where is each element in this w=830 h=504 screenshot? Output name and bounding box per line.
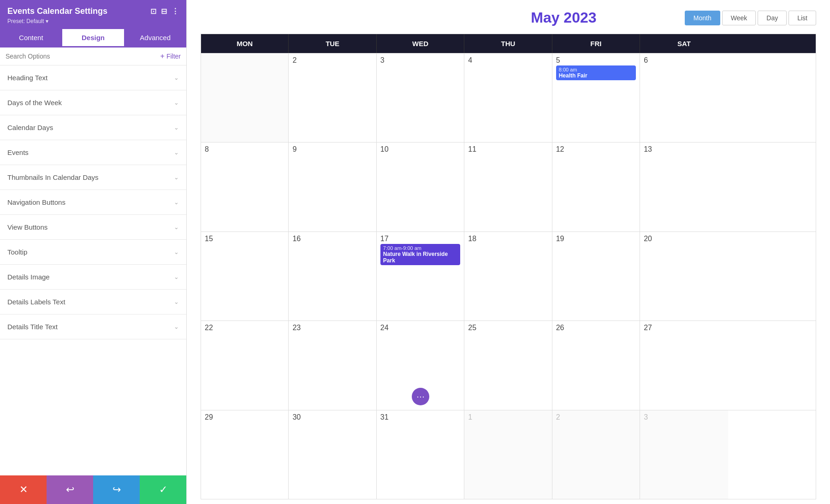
cell-date: 22	[205, 324, 213, 332]
cal-cell: 4	[464, 53, 552, 142]
tab-content[interactable]: Content	[0, 29, 62, 47]
settings-item-label: Tooltip	[7, 248, 27, 256]
calendar-row: 29 30 31 1 2 3	[201, 410, 816, 499]
filter-label: Filter	[166, 53, 181, 60]
settings-item[interactable]: Details Labels Text ⌄	[0, 290, 186, 314]
cell-date: 23	[292, 324, 301, 332]
view-week-button[interactable]: Week	[722, 11, 756, 25]
more-icon[interactable]: ⋮	[172, 7, 179, 16]
settings-item[interactable]: Events ⌄	[0, 140, 186, 165]
event-health-fair[interactable]: 8:00 am Health Fair	[556, 65, 636, 80]
settings-item-label: Heading Text	[7, 74, 47, 82]
calendar-area: May 2023 Month Week Day List MON TUE WED…	[187, 0, 830, 504]
panel-title: Events Calendar Settings ⊡ ⊟ ⋮	[7, 6, 179, 16]
settings-item[interactable]: Days of the Week ⌄	[0, 90, 186, 115]
chevron-down-icon: ⌄	[174, 124, 179, 131]
redo-icon: ↪	[113, 484, 121, 496]
day-header-tue: TUE	[289, 34, 376, 53]
undo-icon: ↩	[66, 484, 74, 496]
cal-cell: 18	[464, 232, 552, 320]
tab-design[interactable]: Design	[62, 29, 125, 47]
save-button[interactable]: ✓	[140, 475, 186, 504]
settings-item-label: Details Image	[7, 273, 50, 281]
cal-cell: 1	[464, 410, 552, 499]
cal-cell: 16	[289, 232, 376, 320]
day-header-thu: THU	[464, 34, 552, 53]
calendar-body: 2 3 4 5 8:00 am Health Fair 6 8 9 10 11 …	[201, 53, 816, 499]
event-nature-walk[interactable]: 7:00 am-9:00 am Nature Walk in Riverside…	[380, 244, 460, 265]
cal-cell: 9	[289, 142, 376, 231]
settings-item-label: Thumbnails In Calendar Days	[7, 173, 99, 181]
left-panel: Events Calendar Settings ⊡ ⊟ ⋮ Preset: D…	[0, 0, 187, 504]
cell-date: 16	[292, 235, 301, 243]
cal-cell: 3	[640, 410, 728, 499]
calendar-table: MON TUE WED THU FRI SAT 2 3 4 5 8:00 am …	[201, 34, 816, 499]
preset-text[interactable]: Preset: Default	[7, 18, 48, 24]
cal-cell: 12	[552, 142, 640, 231]
cal-cell: 25	[464, 321, 552, 409]
cal-cell: 15	[201, 232, 289, 320]
chevron-down-icon: ⌄	[174, 224, 179, 231]
settings-list: Heading Text ⌄ Days of the Week ⌄ Calend…	[0, 65, 186, 475]
cell-date: 15	[205, 235, 213, 243]
save-icon: ✓	[159, 484, 167, 496]
tab-advanced[interactable]: Advanced	[124, 29, 186, 47]
cell-date: 10	[380, 145, 389, 153]
settings-item-label: View Buttons	[7, 223, 47, 231]
settings-item-label: Days of the Week	[7, 99, 62, 107]
settings-item-label: Details Title Text	[7, 323, 58, 331]
chevron-down-icon: ⌄	[174, 298, 179, 305]
cal-cell: 20	[640, 232, 728, 320]
settings-item[interactable]: Navigation Buttons ⌄	[0, 190, 186, 215]
chevron-down-icon: ⌄	[174, 149, 179, 156]
filter-button[interactable]: + Filter	[160, 52, 181, 60]
settings-item-label: Events	[7, 148, 29, 156]
cell-date: 27	[644, 324, 652, 332]
undo-button[interactable]: ↩	[47, 475, 93, 504]
redo-button[interactable]: ↪	[93, 475, 140, 504]
cell-date: 2	[292, 56, 296, 64]
responsive-icon[interactable]: ⊡	[150, 7, 156, 16]
view-list-button[interactable]: List	[788, 11, 816, 25]
settings-item[interactable]: Heading Text ⌄	[0, 65, 186, 90]
chevron-down-icon: ⌄	[174, 249, 179, 255]
search-input[interactable]	[6, 53, 160, 60]
cancel-button[interactable]: ✕	[0, 475, 47, 504]
settings-item-label: Calendar Days	[7, 124, 53, 131]
cell-date: 6	[644, 56, 648, 64]
settings-item[interactable]: Thumbnails In Calendar Days ⌄	[0, 165, 186, 190]
event-name: Nature Walk in Riverside Park	[383, 251, 457, 264]
settings-item[interactable]: Details Title Text ⌄	[0, 314, 186, 339]
cancel-icon: ✕	[19, 484, 28, 496]
settings-item[interactable]: Details Image ⌄	[0, 265, 186, 290]
cal-cell: 10	[377, 142, 464, 231]
panel-header: Events Calendar Settings ⊡ ⊟ ⋮ Preset: D…	[0, 0, 186, 29]
cal-cell: 24 ⋯	[377, 321, 464, 409]
cal-cell: 3	[377, 53, 464, 142]
more-dots-button[interactable]: ⋯	[412, 388, 429, 405]
settings-item[interactable]: Tooltip ⌄	[0, 240, 186, 265]
layout-icon[interactable]: ⊟	[161, 7, 167, 16]
cell-date: 31	[380, 413, 389, 421]
cal-cell: 2	[552, 410, 640, 499]
chevron-down-icon: ⌄	[174, 273, 179, 280]
chevron-down-icon: ⌄	[174, 323, 179, 330]
chevron-down-icon: ⌄	[174, 174, 179, 181]
view-day-button[interactable]: Day	[758, 11, 787, 25]
cell-date: 26	[556, 324, 564, 332]
view-month-button[interactable]: Month	[685, 11, 720, 25]
cal-cell: 2	[289, 53, 376, 142]
cell-date: 19	[556, 235, 564, 243]
day-header-mon: MON	[201, 34, 289, 53]
cal-cell: 17 7:00 am-9:00 am Nature Walk in Rivers…	[377, 232, 464, 320]
cell-date: 3	[644, 413, 648, 421]
bottom-toolbar: ✕ ↩ ↪ ✓	[0, 475, 186, 504]
settings-item[interactable]: View Buttons ⌄	[0, 215, 186, 240]
calendar-header: May 2023 Month Week Day List	[201, 9, 816, 26]
cal-cell: 5 8:00 am Health Fair	[552, 53, 640, 142]
cal-cell: 30	[289, 410, 376, 499]
event-time: 7:00 am-9:00 am	[383, 245, 457, 251]
settings-item-label: Details Labels Text	[7, 298, 65, 306]
cell-date: 18	[468, 235, 476, 243]
settings-item[interactable]: Calendar Days ⌄	[0, 115, 186, 140]
